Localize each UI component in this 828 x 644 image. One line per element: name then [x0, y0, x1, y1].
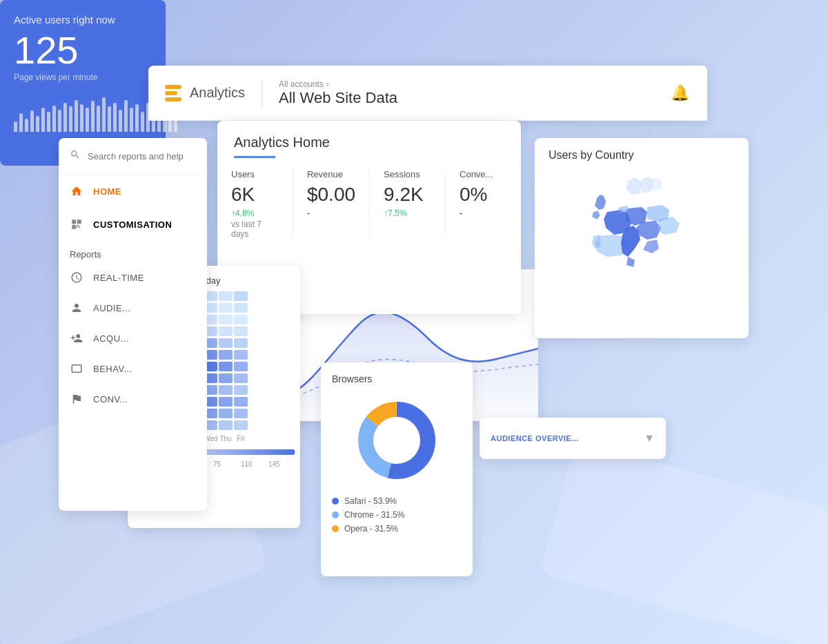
- audience-label: AUDIE...: [93, 303, 131, 313]
- heatmap-cell: [234, 362, 248, 371]
- metric-users-change: ↑4.8%: [231, 208, 279, 218]
- heatmap-cell: [219, 338, 233, 348]
- sidebar-item-customisation[interactable]: CUSTOMISATION: [59, 208, 207, 241]
- metric-conversions-label: Conve...: [460, 169, 507, 179]
- heatmap-cell: [234, 315, 248, 324]
- country-map-card: Users by Country: [535, 138, 749, 338]
- legend-chrome: Chrome - 31.5%: [332, 510, 462, 520]
- active-chart-bar: [69, 106, 72, 132]
- heatmap-cell: [219, 303, 233, 313]
- heatmap-cell: [219, 420, 233, 430]
- active-chart-bar: [108, 106, 111, 132]
- heatmap-cell: [234, 373, 248, 383]
- heatmap-cell: [219, 409, 233, 418]
- active-chart-bar: [36, 116, 39, 132]
- metric-revenue-change: -: [307, 208, 355, 218]
- dropdown-icon[interactable]: ▼: [644, 432, 655, 445]
- acquisition-label: ACQU...: [93, 333, 129, 344]
- active-chart-bar: [91, 101, 95, 132]
- sidebar: HOME CUSTOMISATION Reports REAL-TIME AUD…: [59, 138, 207, 511]
- metric-conversions-change: -: [460, 208, 507, 218]
- metric-conversions: Conve... 0% -: [446, 169, 521, 239]
- bg-decoration-2: [540, 441, 828, 644]
- active-chart-bar: [97, 106, 100, 132]
- search-input[interactable]: [88, 151, 196, 162]
- browser-legend: Safari - 53.9% Chrome - 31.5% Opera - 31…: [321, 491, 473, 543]
- search-icon: [70, 149, 81, 163]
- audience-overview-label: AUDIENCE OVERVIE...: [491, 434, 579, 442]
- logo-bar-1: [165, 85, 181, 89]
- active-chart-bar: [63, 103, 67, 132]
- sidebar-item-conversions[interactable]: CONV...: [59, 384, 207, 414]
- metric-users: Users 6K ↑4.8% vs last 7 days: [217, 169, 293, 239]
- heatmap-cell: [234, 385, 248, 395]
- active-users-chart: [0, 90, 166, 132]
- legend-opera: Opera - 31.5%: [332, 524, 462, 534]
- legend-safari: Safari - 53.9%: [332, 496, 462, 506]
- home-icon: [70, 184, 83, 198]
- metric-sessions: Sessions 9.2K ↑7.5%: [370, 169, 446, 239]
- heatmap-cell: [234, 303, 248, 313]
- heatmap-cell: [219, 373, 233, 383]
- donut-container: [321, 390, 473, 491]
- acquisition-icon: [70, 331, 83, 345]
- heatmap-cell: [219, 385, 233, 395]
- breadcrumb-child: All Web Site Data: [279, 89, 658, 107]
- active-users-title: Active users right now: [0, 0, 166, 31]
- home-label: HOME: [93, 186, 121, 197]
- metric-sessions-value: 9.2K: [384, 184, 431, 206]
- active-chart-bar: [30, 110, 34, 132]
- heatmap-cell: [219, 362, 233, 371]
- heatmap-cell: [219, 350, 233, 360]
- svg-point-3: [374, 418, 420, 463]
- customisation-label: CUSTOMISATION: [93, 219, 172, 230]
- heatmap-cell: [234, 291, 248, 301]
- heatmap-cell: [234, 326, 248, 336]
- header-divider: [262, 79, 262, 107]
- active-chart-bar: [86, 108, 89, 132]
- opera-label: Opera - 31.5%: [344, 524, 398, 534]
- heatmap-cell: [234, 350, 248, 360]
- header-bar: Analytics All accounts › All Web Site Da…: [148, 66, 707, 121]
- active-users-label: Page views per minute: [0, 70, 166, 90]
- analytics-home-header: Analytics Home: [217, 121, 521, 158]
- active-chart-bar: [58, 110, 61, 132]
- safari-dot: [332, 498, 339, 505]
- customisation-icon: [70, 217, 83, 231]
- active-chart-bar: [75, 100, 78, 132]
- donut-chart-svg: [352, 396, 442, 485]
- map-container: [535, 167, 749, 319]
- metric-users-value: 6K: [231, 184, 279, 206]
- app-name: Analytics: [190, 85, 245, 101]
- active-chart-bar: [25, 119, 28, 132]
- chrome-label: Chrome - 31.5%: [344, 510, 404, 520]
- active-chart-bar: [124, 100, 128, 132]
- metric-sessions-change: ↑7.5%: [384, 208, 431, 218]
- metric-users-label: Users: [231, 169, 279, 179]
- conversions-label: CONV...: [93, 394, 128, 404]
- notification-bell-icon[interactable]: 🔔: [669, 82, 691, 104]
- sidebar-item-acquisition[interactable]: ACQU...: [59, 323, 207, 353]
- active-chart-bar: [113, 103, 117, 132]
- logo-bar-3: [165, 97, 181, 101]
- chrome-dot: [332, 511, 339, 518]
- active-chart-bar: [130, 108, 133, 132]
- logo-bar-2: [165, 91, 177, 95]
- country-map-title: Users by Country: [535, 138, 749, 167]
- opera-dot: [332, 525, 339, 532]
- sidebar-item-home[interactable]: HOME: [59, 175, 207, 208]
- active-chart-bar: [41, 108, 45, 132]
- browser-title: Browsers: [321, 362, 473, 390]
- sidebar-item-audience[interactable]: AUDIE...: [59, 293, 207, 323]
- breadcrumb-parent: All accounts ›: [279, 79, 658, 89]
- heatmap-cell: [234, 420, 248, 430]
- active-chart-bar: [47, 112, 50, 132]
- active-chart-bar: [14, 121, 17, 132]
- metrics-row: Users 6K ↑4.8% vs last 7 days Revenue $0…: [217, 158, 521, 239]
- metric-conversions-value: 0%: [460, 184, 507, 206]
- metric-revenue-label: Revenue: [307, 169, 355, 179]
- sidebar-item-realtime[interactable]: REAL-TIME: [59, 262, 207, 293]
- sidebar-item-behaviour[interactable]: BEHAV...: [59, 353, 207, 384]
- app-logo: Analytics: [165, 85, 245, 101]
- metric-users-note: vs last 7 days: [231, 219, 279, 239]
